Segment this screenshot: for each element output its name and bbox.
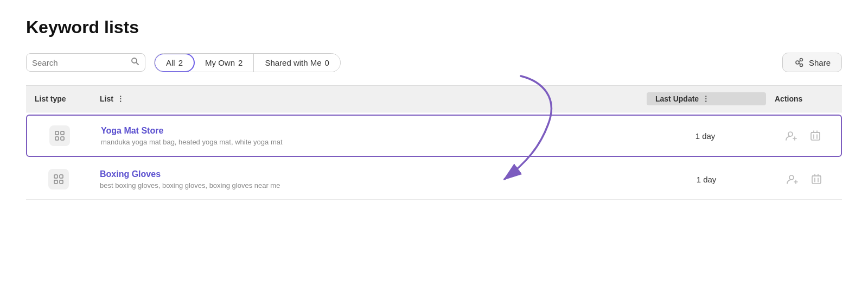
svg-point-4 xyxy=(800,64,802,67)
search-input[interactable] xyxy=(32,58,131,67)
tab-my-own-label: My Own xyxy=(205,58,235,67)
svg-rect-27 xyxy=(812,176,821,184)
add-user-icon xyxy=(787,174,799,185)
last-update-cell-1: 1 day xyxy=(647,175,766,184)
trash-icon xyxy=(812,174,821,185)
list-keywords-0: manduka yoga mat bag, heated yoga mat, w… xyxy=(101,138,637,146)
svg-point-11 xyxy=(788,132,793,136)
list-type-icon-0 xyxy=(49,125,70,146)
svg-rect-22 xyxy=(54,180,58,184)
col-header-last-update: Last Update ⋮ xyxy=(647,92,766,105)
svg-rect-7 xyxy=(55,131,59,135)
list-filter-icon[interactable]: ⋮ xyxy=(117,94,124,103)
col-header-list-type: List type xyxy=(26,92,91,105)
svg-rect-21 xyxy=(60,175,63,178)
share-label: Share xyxy=(809,58,831,67)
tab-shared-with-me-count: 0 xyxy=(325,58,329,67)
table-row: Yoga Mat Store manduka yoga mat bag, hea… xyxy=(26,115,842,157)
tab-group: All 2 My Own 2 Shared with Me 0 xyxy=(154,53,341,72)
svg-line-5 xyxy=(799,61,800,62)
actions-cell-1 xyxy=(766,172,842,187)
last-update-filter-icon[interactable]: ⋮ xyxy=(702,94,710,103)
delete-button-0[interactable] xyxy=(808,128,822,143)
tab-all-count: 2 xyxy=(178,58,183,67)
table-header: List type List ⋮ Last Update ⋮ Actions xyxy=(26,85,842,112)
search-button[interactable] xyxy=(131,57,139,68)
share-icon xyxy=(794,58,805,67)
svg-rect-8 xyxy=(61,131,64,135)
delete-button-1[interactable] xyxy=(809,172,824,187)
toolbar-left: All 2 My Own 2 Shared with Me 0 xyxy=(26,53,341,72)
tab-my-own-count: 2 xyxy=(238,58,242,67)
actions-cell-0 xyxy=(765,128,841,143)
svg-point-24 xyxy=(789,175,794,180)
list-type-cell-1 xyxy=(26,169,91,189)
tab-all[interactable]: All 2 xyxy=(154,53,195,72)
list-type-icon-1 xyxy=(48,169,69,189)
page-title: Keyword lists xyxy=(26,17,842,37)
add-user-icon xyxy=(786,130,797,141)
svg-rect-10 xyxy=(61,137,64,140)
svg-rect-9 xyxy=(55,137,59,140)
add-user-button-1[interactable] xyxy=(784,172,801,187)
share-button[interactable]: Share xyxy=(782,53,842,72)
add-user-button-0[interactable] xyxy=(783,128,800,143)
tab-my-own[interactable]: My Own 2 xyxy=(194,54,254,72)
col-header-actions: Actions xyxy=(766,92,842,105)
last-update-cell-0: 1 day xyxy=(646,131,765,141)
toolbar: All 2 My Own 2 Shared with Me 0 xyxy=(26,53,842,72)
tab-all-label: All xyxy=(166,58,175,67)
svg-line-6 xyxy=(799,64,800,65)
list-keywords-1: best boxing gloves, boxing gloves, boxin… xyxy=(100,181,638,189)
list-name-1[interactable]: Boxing Gloves xyxy=(100,169,638,179)
list-type-cell-0 xyxy=(27,125,92,146)
col-header-list: List ⋮ xyxy=(91,92,647,105)
trash-icon xyxy=(810,130,820,141)
list-name-0[interactable]: Yoga Mat Store xyxy=(101,126,637,136)
search-box xyxy=(26,53,145,72)
list-cell-0: Yoga Mat Store manduka yoga mat bag, hea… xyxy=(92,126,646,146)
tab-shared-with-me-label: Shared with Me xyxy=(265,58,321,67)
list-cell-1: Boxing Gloves best boxing gloves, boxing… xyxy=(91,169,647,189)
svg-line-1 xyxy=(136,62,138,65)
svg-rect-23 xyxy=(60,180,63,184)
svg-point-3 xyxy=(800,59,802,61)
svg-rect-20 xyxy=(54,175,58,178)
svg-rect-14 xyxy=(811,132,820,140)
grid-icon xyxy=(55,131,65,141)
tab-shared-with-me[interactable]: Shared with Me 0 xyxy=(254,54,340,72)
table-row: Boxing Gloves best boxing gloves, boxing… xyxy=(26,159,842,200)
grid-icon xyxy=(54,174,63,184)
search-icon xyxy=(131,57,139,66)
